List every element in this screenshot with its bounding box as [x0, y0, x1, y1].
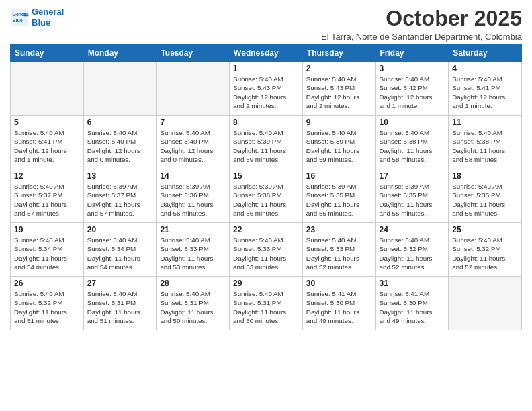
- day-cell-w4-d2: 20Sunrise: 5:40 AM Sunset: 5:34 PM Dayli…: [83, 223, 157, 277]
- day-cell-w4-d5: 23Sunrise: 5:40 AM Sunset: 5:33 PM Dayli…: [302, 223, 375, 277]
- day-number: 6: [87, 118, 153, 127]
- day-number: 8: [233, 118, 299, 127]
- logo: General Blue GeneralBlue: [10, 7, 64, 28]
- day-info: Sunrise: 5:40 AM Sunset: 5:31 PM Dayligh…: [87, 289, 153, 325]
- day-number: 10: [380, 118, 445, 127]
- day-number: 13: [87, 171, 153, 181]
- week-row-3: 12Sunrise: 5:40 AM Sunset: 5:37 PM Dayli…: [11, 169, 522, 223]
- header-thursday: Thursday: [302, 45, 375, 62]
- day-number: 20: [87, 225, 153, 234]
- day-cell-w3-d2: 13Sunrise: 5:39 AM Sunset: 5:37 PM Dayli…: [83, 169, 157, 223]
- calendar-table: Sunday Monday Tuesday Wednesday Thursday…: [10, 44, 522, 330]
- day-info: Sunrise: 5:40 AM Sunset: 5:43 PM Dayligh…: [306, 75, 372, 110]
- header: General Blue GeneralBlue October 2025 El…: [10, 7, 522, 42]
- day-info: Sunrise: 5:40 AM Sunset: 5:32 PM Dayligh…: [14, 289, 80, 325]
- header-monday: Monday: [83, 45, 157, 62]
- day-number: 16: [306, 171, 372, 181]
- logo-icon: General Blue: [10, 8, 29, 27]
- day-cell-w5-d2: 27Sunrise: 5:40 AM Sunset: 5:31 PM Dayli…: [83, 277, 157, 330]
- day-info: Sunrise: 5:39 AM Sunset: 5:37 PM Dayligh…: [87, 182, 153, 218]
- day-info: Sunrise: 5:39 AM Sunset: 5:35 PM Dayligh…: [380, 182, 445, 218]
- day-info: Sunrise: 5:40 AM Sunset: 5:31 PM Dayligh…: [233, 289, 299, 325]
- day-number: 14: [160, 171, 226, 181]
- day-info: Sunrise: 5:39 AM Sunset: 5:35 PM Dayligh…: [306, 182, 372, 218]
- day-number: 23: [306, 225, 372, 234]
- day-info: Sunrise: 5:40 AM Sunset: 5:40 PM Dayligh…: [87, 128, 153, 164]
- day-info: Sunrise: 5:40 AM Sunset: 5:33 PM Dayligh…: [233, 236, 299, 271]
- day-cell-w3-d5: 16Sunrise: 5:39 AM Sunset: 5:35 PM Dayli…: [302, 169, 375, 223]
- day-number: 25: [452, 225, 518, 234]
- day-number: 19: [14, 225, 80, 234]
- day-number: 3: [380, 64, 445, 73]
- day-number: 5: [14, 118, 80, 127]
- day-info: Sunrise: 5:40 AM Sunset: 5:37 PM Dayligh…: [14, 182, 80, 218]
- week-row-1: 1Sunrise: 5:40 AM Sunset: 5:43 PM Daylig…: [11, 62, 522, 116]
- day-number: 26: [14, 279, 80, 288]
- day-cell-w2-d4: 8Sunrise: 5:40 AM Sunset: 5:39 PM Daylig…: [230, 116, 303, 169]
- day-info: Sunrise: 5:40 AM Sunset: 5:33 PM Dayligh…: [160, 236, 226, 271]
- month-title: October 2025: [321, 7, 522, 30]
- header-saturday: Saturday: [449, 45, 522, 62]
- day-cell-w1-d6: 3Sunrise: 5:40 AM Sunset: 5:42 PM Daylig…: [375, 62, 449, 116]
- header-wednesday: Wednesday: [230, 45, 303, 62]
- day-info: Sunrise: 5:40 AM Sunset: 5:38 PM Dayligh…: [380, 128, 445, 164]
- logo-text: GeneralBlue: [32, 7, 64, 28]
- day-info: Sunrise: 5:40 AM Sunset: 5:34 PM Dayligh…: [14, 236, 80, 271]
- day-cell-w5-d4: 29Sunrise: 5:40 AM Sunset: 5:31 PM Dayli…: [230, 277, 303, 330]
- week-row-4: 19Sunrise: 5:40 AM Sunset: 5:34 PM Dayli…: [11, 223, 522, 277]
- day-cell-w5-d6: 31Sunrise: 5:41 AM Sunset: 5:30 PM Dayli…: [375, 277, 449, 330]
- day-cell-w3-d4: 15Sunrise: 5:39 AM Sunset: 5:36 PM Dayli…: [230, 169, 303, 223]
- day-info: Sunrise: 5:41 AM Sunset: 5:30 PM Dayligh…: [380, 289, 445, 325]
- day-info: Sunrise: 5:40 AM Sunset: 5:41 PM Dayligh…: [452, 75, 518, 110]
- day-number: 9: [306, 118, 372, 127]
- day-cell-w2-d3: 7Sunrise: 5:40 AM Sunset: 5:40 PM Daylig…: [157, 116, 230, 169]
- day-number: 27: [87, 279, 153, 288]
- calendar-header-row: Sunday Monday Tuesday Wednesday Thursday…: [11, 45, 522, 62]
- day-cell-w1-d7: 4Sunrise: 5:40 AM Sunset: 5:41 PM Daylig…: [449, 62, 522, 116]
- day-number: 7: [160, 118, 226, 127]
- day-number: 11: [452, 118, 518, 127]
- week-row-5: 26Sunrise: 5:40 AM Sunset: 5:32 PM Dayli…: [11, 277, 522, 330]
- day-cell-w2-d5: 9Sunrise: 5:40 AM Sunset: 5:39 PM Daylig…: [302, 116, 375, 169]
- day-cell-w5-d7: [449, 277, 522, 330]
- day-cell-w4-d4: 22Sunrise: 5:40 AM Sunset: 5:33 PM Dayli…: [230, 223, 303, 277]
- title-area: October 2025 El Tarra, Norte de Santande…: [321, 7, 522, 42]
- day-cell-w1-d5: 2Sunrise: 5:40 AM Sunset: 5:43 PM Daylig…: [302, 62, 375, 116]
- page: General Blue GeneralBlue October 2025 El…: [0, 0, 532, 411]
- day-cell-w5-d3: 28Sunrise: 5:40 AM Sunset: 5:31 PM Dayli…: [157, 277, 230, 330]
- day-info: Sunrise: 5:40 AM Sunset: 5:31 PM Dayligh…: [160, 289, 226, 325]
- day-number: 21: [160, 225, 226, 234]
- day-cell-w2-d1: 5Sunrise: 5:40 AM Sunset: 5:41 PM Daylig…: [11, 116, 84, 169]
- day-info: Sunrise: 5:40 AM Sunset: 5:42 PM Dayligh…: [380, 75, 445, 110]
- day-cell-w3-d1: 12Sunrise: 5:40 AM Sunset: 5:37 PM Dayli…: [11, 169, 84, 223]
- day-number: 17: [380, 171, 445, 181]
- header-tuesday: Tuesday: [157, 45, 230, 62]
- day-info: Sunrise: 5:39 AM Sunset: 5:36 PM Dayligh…: [233, 182, 299, 218]
- day-cell-w1-d1: [11, 62, 84, 116]
- day-info: Sunrise: 5:40 AM Sunset: 5:39 PM Dayligh…: [306, 128, 372, 164]
- day-number: 18: [452, 171, 518, 181]
- day-cell-w2-d6: 10Sunrise: 5:40 AM Sunset: 5:38 PM Dayli…: [375, 116, 449, 169]
- day-cell-w1-d2: [83, 62, 157, 116]
- day-number: 1: [233, 64, 299, 73]
- day-number: 24: [380, 225, 445, 234]
- day-cell-w4-d7: 25Sunrise: 5:40 AM Sunset: 5:32 PM Dayli…: [449, 223, 522, 277]
- day-cell-w5-d1: 26Sunrise: 5:40 AM Sunset: 5:32 PM Dayli…: [11, 277, 84, 330]
- day-number: 28: [160, 279, 226, 288]
- day-cell-w1-d4: 1Sunrise: 5:40 AM Sunset: 5:43 PM Daylig…: [230, 62, 303, 116]
- day-info: Sunrise: 5:40 AM Sunset: 5:34 PM Dayligh…: [87, 236, 153, 271]
- day-number: 15: [233, 171, 299, 181]
- header-friday: Friday: [375, 45, 449, 62]
- day-info: Sunrise: 5:40 AM Sunset: 5:32 PM Dayligh…: [452, 236, 518, 271]
- day-number: 31: [380, 279, 445, 288]
- day-number: 4: [452, 64, 518, 73]
- day-cell-w4-d1: 19Sunrise: 5:40 AM Sunset: 5:34 PM Dayli…: [11, 223, 84, 277]
- day-number: 22: [233, 225, 299, 234]
- day-info: Sunrise: 5:40 AM Sunset: 5:40 PM Dayligh…: [160, 128, 226, 164]
- day-cell-w3-d7: 18Sunrise: 5:40 AM Sunset: 5:35 PM Dayli…: [449, 169, 522, 223]
- day-info: Sunrise: 5:40 AM Sunset: 5:32 PM Dayligh…: [380, 236, 445, 271]
- day-cell-w5-d5: 30Sunrise: 5:41 AM Sunset: 5:30 PM Dayli…: [302, 277, 375, 330]
- day-info: Sunrise: 5:40 AM Sunset: 5:43 PM Dayligh…: [233, 75, 299, 110]
- day-cell-w3-d6: 17Sunrise: 5:39 AM Sunset: 5:35 PM Dayli…: [375, 169, 449, 223]
- day-number: 29: [233, 279, 299, 288]
